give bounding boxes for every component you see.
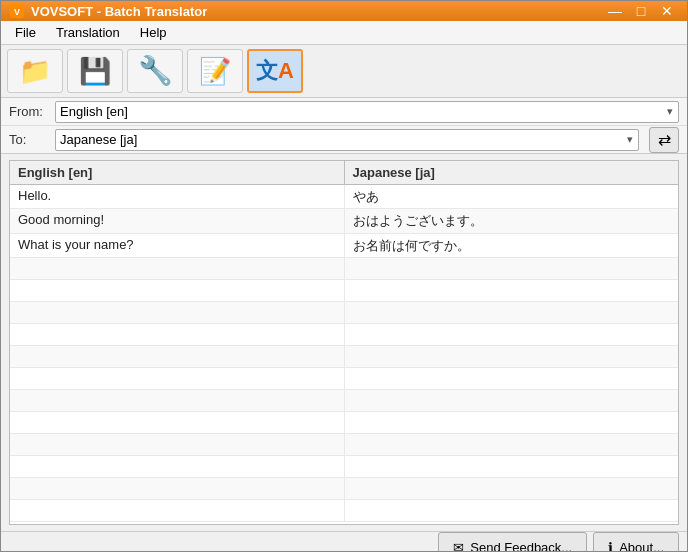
title-bar-controls: — □ ✕ bbox=[603, 1, 679, 21]
table-row bbox=[10, 324, 678, 346]
source-cell bbox=[10, 346, 345, 367]
table-row: What is your name?お名前は何ですか。 bbox=[10, 234, 678, 258]
from-lang-row: From: English [en] Japanese [ja] French … bbox=[1, 98, 687, 126]
target-cell bbox=[345, 390, 679, 411]
from-label: From: bbox=[9, 104, 49, 119]
window-title: VOVSOFT - Batch Translator bbox=[31, 4, 207, 19]
toolbar: 📁 💾 🔧 📝 文A bbox=[1, 45, 687, 98]
to-lang-select[interactable]: Japanese [ja] English [en] French [fr] G… bbox=[55, 129, 639, 151]
translate-icon: 文A bbox=[256, 56, 294, 86]
tools-button[interactable]: 🔧 bbox=[127, 49, 183, 93]
feedback-button[interactable]: ✉ Send Feedback... bbox=[438, 532, 587, 552]
source-cell bbox=[10, 324, 345, 345]
source-header: English [en] bbox=[10, 161, 345, 184]
table-header: English [en] Japanese [ja] bbox=[10, 161, 678, 185]
table-row bbox=[10, 302, 678, 324]
save-icon: 💾 bbox=[79, 56, 111, 87]
table-row: Good morning!おはようございます。 bbox=[10, 209, 678, 233]
source-cell: Good morning! bbox=[10, 209, 345, 232]
maximize-button[interactable]: □ bbox=[629, 1, 653, 21]
source-cell bbox=[10, 500, 345, 521]
source-cell bbox=[10, 258, 345, 279]
target-cell bbox=[345, 478, 679, 499]
target-cell bbox=[345, 346, 679, 367]
close-button[interactable]: ✕ bbox=[655, 1, 679, 21]
target-cell bbox=[345, 456, 679, 477]
feedback-icon: ✉ bbox=[453, 540, 464, 553]
menu-bar: File Translation Help bbox=[1, 21, 687, 45]
about-button[interactable]: ℹ About... bbox=[593, 532, 679, 552]
source-cell bbox=[10, 302, 345, 323]
folder-icon: 📁 bbox=[19, 56, 51, 87]
main-content: From: English [en] Japanese [ja] French … bbox=[1, 98, 687, 531]
notepad-button[interactable]: 📝 bbox=[187, 49, 243, 93]
target-cell bbox=[345, 302, 679, 323]
open-button[interactable]: 📁 bbox=[7, 49, 63, 93]
table-row: Hello.やあ bbox=[10, 185, 678, 209]
to-select-wrapper: Japanese [ja] English [en] French [fr] G… bbox=[55, 129, 639, 151]
source-cell: What is your name? bbox=[10, 234, 345, 257]
source-cell bbox=[10, 478, 345, 499]
app-icon: V bbox=[9, 3, 25, 19]
save-button[interactable]: 💾 bbox=[67, 49, 123, 93]
menu-help[interactable]: Help bbox=[130, 23, 177, 42]
minimize-button[interactable]: — bbox=[603, 1, 627, 21]
target-cell: おはようございます。 bbox=[345, 209, 679, 232]
title-bar-left: V VOVSOFT - Batch Translator bbox=[9, 3, 207, 19]
to-lang-row: To: Japanese [ja] English [en] French [f… bbox=[1, 126, 687, 154]
target-cell bbox=[345, 280, 679, 301]
feedback-label: Send Feedback... bbox=[470, 540, 572, 553]
table-row bbox=[10, 412, 678, 434]
table-row bbox=[10, 434, 678, 456]
source-cell bbox=[10, 368, 345, 389]
table-row bbox=[10, 500, 678, 522]
table-body: Hello.やあGood morning!おはようございます。What is y… bbox=[10, 185, 678, 522]
table-row bbox=[10, 280, 678, 302]
swap-button[interactable]: ⇄ bbox=[649, 127, 679, 153]
target-cell: お名前は何ですか。 bbox=[345, 234, 679, 257]
target-cell bbox=[345, 500, 679, 521]
source-cell bbox=[10, 434, 345, 455]
table-row bbox=[10, 258, 678, 280]
table-row bbox=[10, 346, 678, 368]
target-cell bbox=[345, 412, 679, 433]
from-lang-select[interactable]: English [en] Japanese [ja] French [fr] G… bbox=[55, 101, 679, 123]
menu-translation[interactable]: Translation bbox=[46, 23, 130, 42]
translation-table: English [en] Japanese [ja] Hello.やあGood … bbox=[9, 160, 679, 525]
source-cell bbox=[10, 456, 345, 477]
notepad-icon: 📝 bbox=[199, 58, 231, 84]
tools-icon: 🔧 bbox=[138, 57, 173, 85]
about-icon: ℹ bbox=[608, 540, 613, 553]
source-cell bbox=[10, 412, 345, 433]
source-cell: Hello. bbox=[10, 185, 345, 208]
target-cell bbox=[345, 324, 679, 345]
source-cell bbox=[10, 280, 345, 301]
from-select-wrapper: English [en] Japanese [ja] French [fr] G… bbox=[55, 101, 679, 123]
target-cell bbox=[345, 258, 679, 279]
menu-file[interactable]: File bbox=[5, 23, 46, 42]
table-row bbox=[10, 390, 678, 412]
svg-text:V: V bbox=[14, 7, 20, 17]
to-label: To: bbox=[9, 132, 49, 147]
translate-button[interactable]: 文A bbox=[247, 49, 303, 93]
bottom-bar: ✉ Send Feedback... ℹ About... bbox=[1, 531, 687, 552]
target-cell: やあ bbox=[345, 185, 679, 208]
about-label: About... bbox=[619, 540, 664, 553]
source-cell bbox=[10, 390, 345, 411]
title-bar: V VOVSOFT - Batch Translator — □ ✕ bbox=[1, 1, 687, 21]
table-row bbox=[10, 368, 678, 390]
target-cell bbox=[345, 434, 679, 455]
app-window: V VOVSOFT - Batch Translator — □ ✕ File … bbox=[0, 0, 688, 552]
table-row bbox=[10, 478, 678, 500]
target-cell bbox=[345, 368, 679, 389]
table-row bbox=[10, 456, 678, 478]
target-header: Japanese [ja] bbox=[345, 161, 679, 184]
swap-icon: ⇄ bbox=[658, 130, 671, 149]
